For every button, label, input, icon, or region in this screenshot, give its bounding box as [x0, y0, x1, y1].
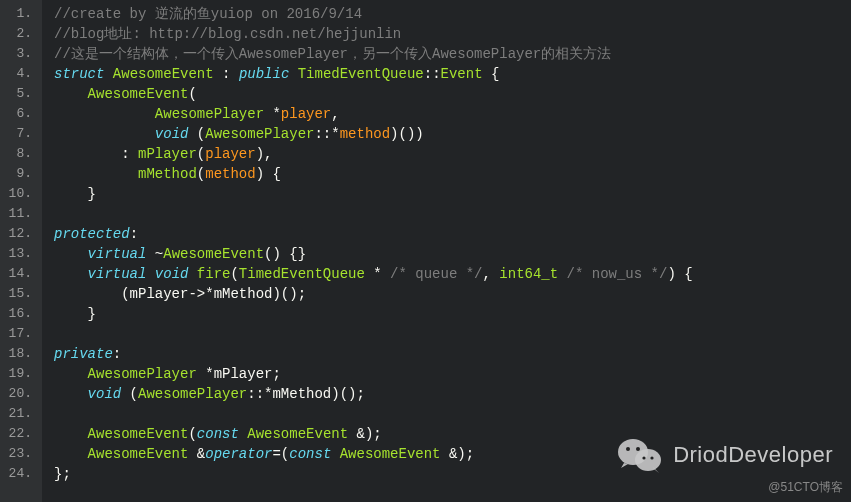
code-line: //这是一个结构体，一个传入AwesomePlayer，另一个传入Awesome…: [54, 44, 851, 64]
line-number: 20.: [6, 384, 32, 404]
code-token: //create by 逆流的鱼yuiop on 2016/9/14: [54, 6, 362, 22]
svg-point-5: [651, 456, 654, 459]
code-token: mMethod: [138, 166, 197, 182]
code-token: /* now_us */: [567, 266, 668, 282]
code-token: (: [197, 166, 205, 182]
code-token: virtual: [88, 266, 147, 282]
code-token: (: [121, 386, 138, 402]
line-number: 2.: [6, 24, 32, 44]
code-token: const: [197, 426, 239, 442]
line-number: 7.: [6, 124, 32, 144]
code-line: virtual void fire(TimedEventQueue * /* q…: [54, 264, 851, 284]
svg-point-1: [635, 449, 661, 471]
code-token: [54, 266, 88, 282]
code-token: AwesomePlayer: [88, 366, 197, 382]
code-token: (: [197, 146, 205, 162]
code-token: AwesomeEvent: [88, 86, 189, 102]
code-token: AwesomeEvent: [113, 66, 214, 82]
code-token: &: [188, 446, 205, 462]
code-line: }: [54, 184, 851, 204]
code-token: () {}: [264, 246, 306, 262]
code-token: ,: [483, 266, 500, 282]
code-token: protected: [54, 226, 130, 242]
code-token: player: [205, 146, 255, 162]
line-number: 24.: [6, 464, 32, 484]
code-token: [188, 266, 196, 282]
line-number: 12.: [6, 224, 32, 244]
code-token: };: [54, 466, 71, 482]
code-token: &);: [348, 426, 382, 442]
code-token: [54, 386, 88, 402]
watermark: DriodDeveloper: [617, 436, 833, 474]
line-number-gutter: 1.2.3.4.5.6.7.8.9.10.11.12.13.14.15.16.1…: [0, 0, 42, 502]
code-line: mMethod(method) {: [54, 164, 851, 184]
line-number: 8.: [6, 144, 32, 164]
code-line: : mPlayer(player),: [54, 144, 851, 164]
code-line: struct AwesomeEvent : public TimedEventQ…: [54, 64, 851, 84]
code-token: private: [54, 346, 113, 362]
line-number: 13.: [6, 244, 32, 264]
line-number: 10.: [6, 184, 32, 204]
watermark-text: DriodDeveloper: [673, 442, 833, 468]
code-token: *: [365, 266, 390, 282]
code-token: :: [214, 66, 239, 82]
code-token: player: [281, 106, 331, 122]
code-line: //blog地址: http://blog.csdn.net/hejjunlin: [54, 24, 851, 44]
code-token: AwesomePlayer: [138, 386, 247, 402]
code-token: :: [130, 226, 138, 242]
line-number: 23.: [6, 444, 32, 464]
line-number: 5.: [6, 84, 32, 104]
code-line: //create by 逆流的鱼yuiop on 2016/9/14: [54, 4, 851, 24]
line-number: 15.: [6, 284, 32, 304]
code-line: }: [54, 304, 851, 324]
code-token: ::*: [314, 126, 339, 142]
code-token: [558, 266, 566, 282]
code-token: :: [54, 146, 138, 162]
code-token: //这是一个结构体，一个传入AwesomePlayer，另一个传入Awesome…: [54, 46, 611, 62]
code-token: Event: [441, 66, 483, 82]
line-number: 17.: [6, 324, 32, 344]
code-token: [54, 366, 88, 382]
line-number: 3.: [6, 44, 32, 64]
svg-point-3: [636, 447, 640, 451]
line-number: 16.: [6, 304, 32, 324]
code-line: AwesomePlayer *player,: [54, 104, 851, 124]
code-token: TimedEventQueue: [298, 66, 424, 82]
code-token: ::: [424, 66, 441, 82]
code-token: int64_t: [499, 266, 558, 282]
line-number: 19.: [6, 364, 32, 384]
code-token: AwesomeEvent: [88, 446, 189, 462]
line-number: 1.: [6, 4, 32, 24]
code-line: [54, 204, 851, 224]
code-line: (mPlayer->*mMethod)();: [54, 284, 851, 304]
code-token: public: [239, 66, 289, 82]
line-number: 22.: [6, 424, 32, 444]
code-token: //blog地址: http://blog.csdn.net/hejjunlin: [54, 26, 401, 42]
code-token: {: [483, 66, 500, 82]
code-token: fire: [197, 266, 231, 282]
code-token: (mPlayer->*mMethod)();: [54, 286, 306, 302]
code-token: ,: [331, 106, 339, 122]
footer-credit: @51CTO博客: [768, 479, 843, 496]
code-token: void: [155, 126, 189, 142]
code-token: TimedEventQueue: [239, 266, 365, 282]
code-token: virtual: [88, 246, 147, 262]
code-token: (: [188, 126, 205, 142]
code-token: void: [88, 386, 122, 402]
code-token: method: [205, 166, 255, 182]
code-token: ~: [146, 246, 163, 262]
code-line: private:: [54, 344, 851, 364]
code-token: [289, 66, 297, 82]
code-token: :: [113, 346, 121, 362]
code-token: [104, 66, 112, 82]
line-number: 4.: [6, 64, 32, 84]
code-token: mPlayer: [138, 146, 197, 162]
code-token: )()): [390, 126, 424, 142]
code-token: [54, 426, 88, 442]
code-token: [54, 86, 88, 102]
svg-point-2: [626, 447, 630, 451]
code-line: [54, 324, 851, 344]
code-token: struct: [54, 66, 104, 82]
code-token: AwesomeEvent: [340, 446, 441, 462]
svg-point-4: [643, 456, 646, 459]
